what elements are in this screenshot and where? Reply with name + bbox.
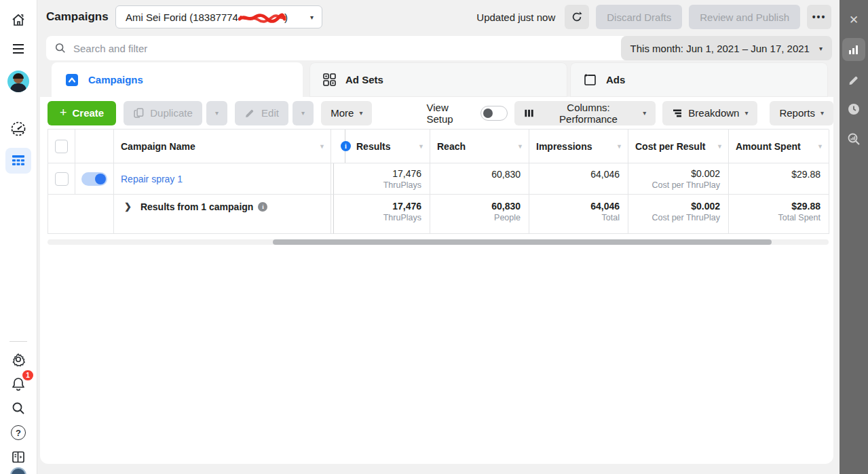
actions-toolbar: + Create Duplicate ▾ Edit ▾ More ▾ View …: [40, 97, 833, 129]
view-setup-toggle[interactable]: [480, 106, 508, 121]
page-title: Campaigns: [46, 0, 109, 34]
chevron-down-icon: ▾: [744, 109, 748, 117]
select-all-checkbox[interactable]: [55, 140, 68, 153]
reach-cell: 60,830: [430, 163, 529, 195]
tab-campaigns[interactable]: Campaigns: [52, 62, 303, 97]
header-results[interactable]: i Results ▼: [334, 130, 430, 163]
search-icon: [54, 42, 67, 54]
performance-chart-icon[interactable]: [842, 38, 865, 61]
create-button[interactable]: + Create: [48, 101, 116, 125]
review-publish-button[interactable]: Review and Publish: [689, 5, 800, 29]
tab-label: Ads: [606, 74, 625, 85]
history-clock-icon[interactable]: [842, 98, 865, 121]
duplicate-button[interactable]: Duplicate: [124, 101, 202, 125]
more-options-button[interactable]: •••: [807, 5, 831, 29]
help-icon[interactable]: ?: [9, 423, 28, 442]
summary-reach-cell: 60,830 People: [430, 195, 529, 234]
ad-sets-grid-icon: [322, 73, 337, 87]
chevron-down-icon: ▾: [820, 109, 824, 117]
settings-gear-icon[interactable]: [9, 350, 28, 369]
search-icon[interactable]: [9, 399, 28, 418]
tab-ads[interactable]: Ads: [570, 62, 828, 97]
info-icon[interactable]: i: [258, 202, 267, 212]
account-name-suffix: ): [284, 12, 288, 23]
refresh-icon: [571, 11, 583, 23]
tab-ad-sets[interactable]: Ad Sets: [309, 62, 567, 97]
home-icon[interactable]: [9, 11, 28, 30]
table-header-row: Campaign Name ▼ i Results ▼ Reach ▼ Impr…: [48, 130, 829, 163]
chevron-down-icon: ▾: [310, 14, 314, 21]
collapse-panel-icon[interactable]: [9, 448, 28, 467]
inspect-magnifier-icon[interactable]: [842, 127, 865, 151]
header-amount-spent[interactable]: Amount Spent ▼: [729, 130, 829, 163]
columns-button[interactable]: Columns: Performance ▾: [514, 101, 656, 125]
ad-account-selector[interactable]: Ami Sei Forid (18387774) ▾: [115, 5, 322, 28]
top-header: Campaigns Ami Sei Forid (18387774) ▾ Upd…: [37, 0, 839, 34]
summary-empty-cell: [75, 195, 114, 234]
row-checkbox[interactable]: [55, 172, 69, 186]
edit-button[interactable]: Edit: [235, 101, 288, 125]
duplicate-copy-icon: [133, 107, 145, 119]
refresh-button[interactable]: [565, 5, 589, 29]
breakdown-icon: [672, 108, 683, 119]
chevron-down-icon: ▾: [819, 45, 823, 52]
plus-icon: +: [60, 106, 67, 120]
tab-label: Ad Sets: [345, 74, 383, 85]
campaign-name-link[interactable]: Repair spray 1: [121, 174, 183, 184]
summary-row: ❯ Results from 1 campaign i 17,476 ThruP…: [48, 195, 829, 234]
sort-icon[interactable]: ▼: [418, 143, 424, 150]
header-campaign-name[interactable]: Campaign Name ▼: [114, 130, 331, 163]
expand-chevron-icon[interactable]: ❯: [124, 201, 132, 212]
header-cost-per-result[interactable]: Cost per Result ▼: [628, 130, 729, 163]
summary-label-cell: ❯ Results from 1 campaign i: [114, 195, 331, 234]
summary-impressions-cell: 64,046 Total: [529, 195, 628, 234]
summary-spent-cell: $29.88 Total Spent: [729, 195, 829, 234]
campaigns-folder-icon: [64, 73, 79, 87]
user-avatar[interactable]: [7, 71, 29, 92]
sort-icon[interactable]: ▼: [717, 143, 723, 150]
breakdown-button[interactable]: Breakdown ▾: [662, 101, 757, 125]
avatar-hair: [13, 73, 24, 79]
duplicate-dropdown-button[interactable]: ▾: [206, 101, 227, 125]
header-reach[interactable]: Reach ▼: [430, 130, 529, 163]
results-cell: 17,476 ThruPlays: [334, 163, 430, 195]
table-row: Repair spray 1 17,476 ThruPlays 60,830 6…: [48, 163, 829, 195]
globe-icon[interactable]: [10, 467, 26, 474]
reports-button[interactable]: Reports ▾: [770, 101, 833, 125]
sort-icon[interactable]: ▼: [616, 143, 622, 150]
horizontal-scrollbar-thumb[interactable]: [273, 239, 772, 245]
discard-drafts-button[interactable]: Discard Drafts: [596, 5, 682, 29]
chevron-down-icon: ▾: [301, 109, 305, 117]
campaign-name-cell: Repair spray 1: [114, 163, 331, 195]
main-area: Campaigns Ami Sei Forid (18387774) ▾ Upd…: [37, 0, 839, 474]
toggle-column-header: [75, 130, 114, 163]
row-select-cell: [48, 163, 75, 195]
edit-dropdown-button[interactable]: ▾: [293, 101, 314, 125]
sidebar-divider: [10, 341, 27, 342]
edit-pencil-icon[interactable]: [842, 68, 865, 91]
campaign-active-toggle[interactable]: [81, 172, 107, 186]
close-icon[interactable]: ✕: [842, 8, 865, 31]
notifications-bell-icon[interactable]: 1: [9, 374, 28, 393]
summary-cost-cell: $0.002 Cost per ThruPlay: [628, 195, 729, 234]
header-impressions[interactable]: Impressions ▼: [529, 130, 628, 163]
ads-manager-table-icon[interactable]: [5, 148, 31, 174]
search-filter-box[interactable]: [46, 36, 628, 60]
menu-icon[interactable]: [9, 39, 28, 58]
search-input[interactable]: [73, 43, 590, 54]
redaction-scribble-icon: [238, 13, 286, 24]
sort-icon[interactable]: ▼: [517, 143, 523, 150]
sort-icon[interactable]: ▼: [319, 143, 325, 150]
notification-badge: 1: [22, 370, 33, 380]
sort-icon[interactable]: ▼: [817, 143, 823, 150]
ads-frame-icon: [583, 73, 597, 87]
ellipsis-icon: •••: [812, 12, 827, 22]
summary-empty-cell: [48, 195, 75, 234]
more-button[interactable]: More ▾: [321, 101, 372, 125]
columns-icon: [524, 108, 534, 119]
horizontal-scrollbar-track[interactable]: [48, 239, 829, 245]
gauge-icon[interactable]: [9, 119, 28, 138]
toggle-knob: [95, 174, 106, 184]
info-icon[interactable]: i: [341, 141, 351, 151]
date-range-selector[interactable]: This month: Jun 1, 2021 – Jun 17, 2021 ▾: [621, 36, 832, 60]
